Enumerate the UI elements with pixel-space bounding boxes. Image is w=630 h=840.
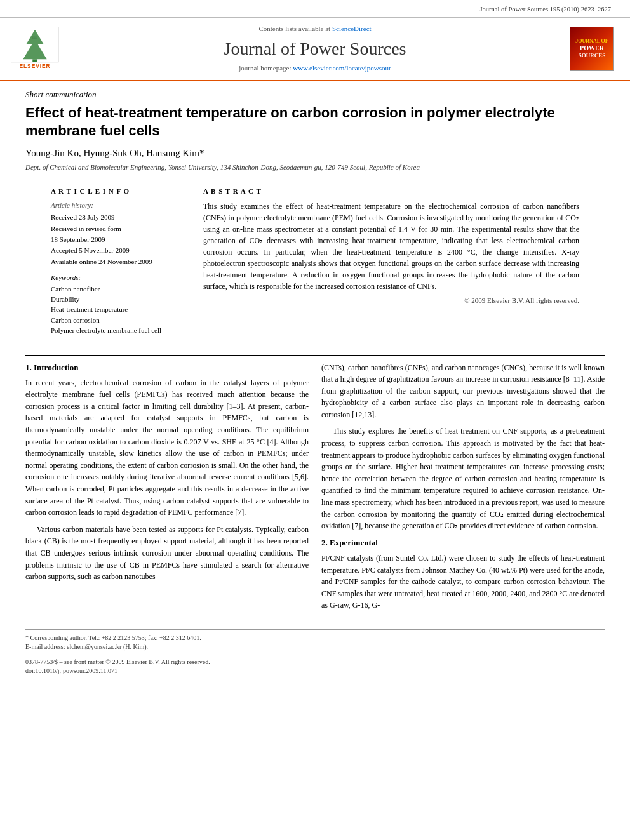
svg-rect-3 — [32, 59, 37, 62]
footer-email: E-mail address: elchem@yonsei.ac.kr (H. … — [25, 643, 605, 651]
received-revised-date: 18 September 2009 — [51, 235, 191, 244]
affiliation: Dept. of Chemical and Biomolecular Engin… — [25, 163, 605, 172]
article-info-abstract: A R T I C L E I N F O Article history: R… — [25, 180, 605, 348]
journal-citation: Journal of Power Sources 195 (2010) 2623… — [0, 0, 630, 18]
body-right-column: (CNTs), carbon nanofibres (CNFs), and ca… — [321, 362, 605, 617]
homepage-url[interactable]: www.elsevier.com/locate/jpowsour — [293, 64, 391, 72]
keyword-4: Carbon corrosion — [51, 316, 191, 325]
accepted-date: Accepted 5 November 2009 — [51, 246, 191, 255]
available-online: Available online 24 November 2009 — [51, 257, 191, 267]
article-title: Effect of heat-treatment temperature on … — [25, 104, 605, 140]
keyword-5: Polymer electrolyte membrane fuel cell — [51, 326, 191, 335]
introduction-title: 1. Introduction — [25, 362, 309, 373]
keyword-2: Durability — [51, 295, 191, 304]
intro-right-text: (CNTs), carbon nanofibres (CNFs), and ca… — [321, 362, 605, 532]
elsevier-logo-icon: 📖 ELSEVIER — [10, 27, 60, 71]
journal-citation-text: Journal of Power Sources 195 (2010) 2623… — [480, 6, 611, 13]
received-revised-label: Received in revised form — [51, 224, 191, 234]
intro-right-para-1: (CNTs), carbon nanofibres (CNFs), and ca… — [321, 362, 605, 421]
intro-para-1: In recent years, electrochemical corrosi… — [25, 377, 309, 519]
footer-star-note: * Corresponding author. Tel.: +82 2 2123… — [25, 634, 605, 643]
journal-homepage: journal homepage: www.elsevier.com/locat… — [239, 63, 391, 73]
article-type: Short communication — [25, 89, 605, 100]
page: Journal of Power Sources 195 (2010) 2623… — [0, 0, 630, 840]
introduction-text: In recent years, electrochemical corrosi… — [25, 377, 309, 583]
power-sources-logo-icon: JOURNAL OF POWER SOURCES — [570, 27, 614, 71]
body-left-column: 1. Introduction In recent years, electro… — [25, 362, 309, 617]
keyword-3: Heat-treatment temperature — [51, 305, 191, 314]
journal-header-center: Contents lists available at ScienceDirec… — [70, 24, 560, 74]
article-section: Short communication Effect of heat-treat… — [0, 81, 630, 173]
abstract-heading: A B S T R A C T — [203, 187, 579, 196]
history-label: Article history: — [51, 201, 191, 210]
journal-header: 📖 ELSEVIER Contents lists available at S… — [0, 18, 630, 81]
section-divider — [25, 355, 605, 356]
keyword-1: Carbon nanofiber — [51, 284, 191, 294]
experimental-text: Pt/CNF catalysts (from Suntel Co. Ltd.) … — [321, 552, 605, 611]
experimental-para-1: Pt/CNF catalysts (from Suntel Co. Ltd.) … — [321, 552, 605, 611]
journal-title: Journal of Power Sources — [224, 36, 406, 61]
footer: * Corresponding author. Tel.: +82 2 2123… — [25, 629, 605, 676]
intro-para-2: Various carbon materials have been teste… — [25, 524, 309, 583]
power-sources-logo-area: JOURNAL OF POWER SOURCES — [566, 24, 617, 74]
experimental-title: 2. Experimental — [321, 537, 605, 549]
received-date: Received 28 July 2009 — [51, 213, 191, 222]
keywords-block: Keywords: Carbon nanofiber Durability He… — [51, 273, 191, 335]
article-info-heading: A R T I C L E I N F O — [51, 187, 191, 196]
body-content: 1. Introduction In recent years, electro… — [0, 362, 630, 617]
sciencedirect-link[interactable]: ScienceDirect — [332, 25, 372, 32]
intro-right-para-2: This study explores the benefits of heat… — [321, 425, 605, 531]
abstract-text: This study examines the effect of heat-t… — [203, 201, 579, 292]
keywords-label: Keywords: — [51, 273, 191, 283]
article-history-block: Article history: Received 28 July 2009 R… — [51, 201, 191, 267]
copyright: © 2009 Elsevier B.V. All rights reserved… — [203, 296, 579, 305]
abstract-column: A B S T R A C T This study examines the … — [203, 187, 579, 342]
abstract-paragraph: This study examines the effect of heat-t… — [203, 201, 579, 292]
svg-text:ELSEVIER: ELSEVIER — [20, 63, 51, 69]
authors: Young-Jin Ko, Hyung-Suk Oh, Hansung Kim* — [25, 147, 605, 160]
footer-copyright: 0378-7753/$ – see front matter © 2009 El… — [25, 658, 605, 676]
contents-availability: Contents lists available at ScienceDirec… — [258, 24, 371, 34]
elsevier-logo-area: 📖 ELSEVIER — [6, 24, 64, 74]
article-info-column: A R T I C L E I N F O Article history: R… — [51, 187, 191, 342]
